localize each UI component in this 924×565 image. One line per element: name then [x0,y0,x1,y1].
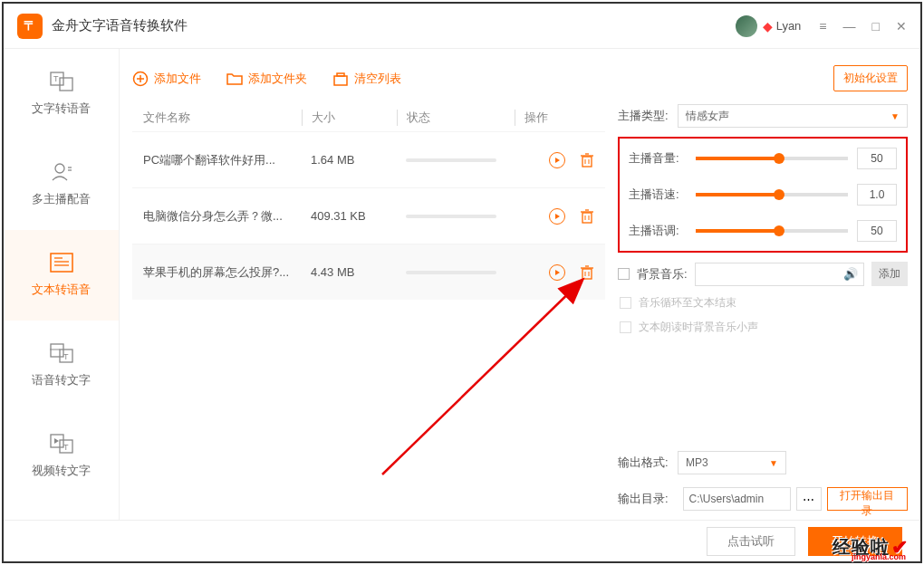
dir-label: 输出目录: [618,491,678,507]
svg-text:T: T [63,352,69,361]
play-icon[interactable] [549,152,565,168]
sidebar-item-text2speech[interactable]: T 文字转语音 [4,49,119,139]
svg-rect-22 [337,73,344,76]
table-row[interactable]: 电脑微信分身怎么弄？微... 409.31 KB [132,187,605,244]
clear-icon [332,71,349,87]
svg-rect-6 [51,254,72,272]
footer: 点击试听 开始转换 经验啦✔ jingyanla.com [4,520,920,561]
add-folder-button[interactable]: 添加文件夹 [226,71,307,87]
loop-checkbox [620,297,631,309]
sidebar-item-speech2text[interactable]: T 语音转文字 [4,321,119,411]
sidebar-item-multi-voice[interactable]: 多主播配音 [4,139,119,230]
try-listen-button[interactable]: 点击试听 [707,527,795,556]
folder-icon [226,71,243,87]
bg-music-label: 背景音乐: [637,266,688,282]
chevron-down-icon: ▼ [769,458,778,468]
sidebar-item-label: 视频转文字 [32,463,91,479]
sidebar-item-label: 文本转语音 [32,282,91,298]
speed-value[interactable]: 1.0 [857,184,897,206]
speed-label: 主播语速: [629,187,688,203]
pitch-label: 主播语调: [629,223,688,239]
quiet-checkbox [620,321,631,333]
init-settings-button[interactable]: 初始化设置 [833,65,908,91]
play-icon[interactable] [549,264,565,281]
close-icon[interactable]: ✕ [896,19,907,34]
format-label: 输出格式: [618,455,678,471]
sidebar-item-label: 文字转语音 [32,101,91,117]
settings-panel: 主播类型: 情感女声▼ 主播音量: 50 主播语速: 1.0 [618,104,908,511]
sidebar-item-label: 语音转文字 [32,372,91,388]
bg-music-checkbox[interactable] [618,268,630,280]
volume-slider[interactable] [696,157,848,160]
file-panel: 文件名称 大小 状态 操作 PC端哪个翻译软件好用... 1.64 MB [132,104,605,511]
pitch-slider[interactable] [696,229,848,233]
pitch-value[interactable]: 50 [857,220,897,242]
progress-bar [406,158,496,162]
browse-button[interactable]: ⋯ [796,487,822,511]
clear-list-button[interactable]: 清空列表 [332,71,401,87]
gem-icon: ◆ [763,19,773,34]
bg-music-input[interactable]: 🔊 [695,263,864,286]
menu-icon[interactable]: ≡ [819,19,826,34]
delete-icon[interactable] [580,264,594,281]
volume-value[interactable]: 50 [857,148,897,169]
svg-rect-23 [582,157,592,167]
dir-input[interactable]: C:\Users\admin [683,487,791,511]
multi-voice-icon [49,162,74,182]
table-header: 文件名称 大小 状态 操作 [132,104,605,131]
watermark: 经验啦✔ jingyanla.com [833,535,908,560]
add-bg-button[interactable]: 添加 [871,262,908,286]
svg-marker-15 [54,438,59,444]
maximize-icon[interactable]: □ [872,19,880,34]
svg-rect-10 [51,344,63,357]
volume-label: 主播音量: [629,150,688,167]
app-logo-icon: 〒 [17,14,43,39]
voice-type-select[interactable]: 情感女声▼ [678,104,908,128]
open-dir-button[interactable]: 打开输出目录 [827,487,908,511]
chevron-down-icon: ▼ [890,111,900,121]
col-status: 状态 [397,110,515,126]
app-title: 金舟文字语音转换软件 [52,17,736,34]
col-name: 文件名称 [143,110,302,126]
speaker-icon: 🔊 [843,267,858,281]
svg-text:T: T [63,443,69,452]
sidebar-item-video2text[interactable]: T 视频转文字 [4,411,119,502]
loop-label: 音乐循环至文本结束 [639,295,736,311]
play-icon[interactable] [549,208,565,225]
delete-icon[interactable] [580,152,594,168]
minimize-icon[interactable]: — [843,19,856,34]
text2speech-icon: T [49,72,74,91]
quiet-label: 文本朗读时背景音乐小声 [639,320,758,335]
svg-rect-21 [334,76,347,85]
svg-point-3 [55,164,64,173]
table-row[interactable]: 苹果手机的屏幕怎么投屏?... 4.43 MB [132,244,605,300]
col-op: 操作 [515,110,594,126]
add-file-button[interactable]: 添加文件 [132,71,201,87]
avatar[interactable] [736,15,757,37]
speech2text-icon: T [49,343,74,363]
doc2speech-icon [49,253,74,273]
progress-bar [406,215,496,218]
speed-slider[interactable] [696,193,848,196]
format-select[interactable]: MP3▼ [678,451,786,474]
svg-rect-33 [582,269,592,279]
voice-type-label: 主播类型: [618,108,678,124]
progress-bar [406,271,496,274]
col-size: 大小 [302,110,397,126]
video2text-icon: T [49,434,74,454]
titlebar: 〒 金舟文字语音转换软件 ◆ Lyan ≡ — □ ✕ [4,4,920,49]
sidebar: T 文字转语音 多主播配音 文本转语音 T 语音转文字 T 视频转文字 [4,49,120,520]
username[interactable]: Lyan [776,19,802,33]
delete-icon[interactable] [580,208,594,225]
highlight-box: 主播音量: 50 主播语速: 1.0 主播语调: 50 [618,137,908,253]
sidebar-item-label: 多主播配音 [32,191,91,207]
plus-circle-icon [132,71,149,87]
svg-text:T: T [53,74,59,83]
svg-rect-28 [582,213,592,223]
sidebar-item-doc2speech[interactable]: 文本转语音 [4,230,119,321]
svg-rect-2 [60,78,72,91]
table-row[interactable]: PC端哪个翻译软件好用... 1.64 MB [132,131,605,187]
